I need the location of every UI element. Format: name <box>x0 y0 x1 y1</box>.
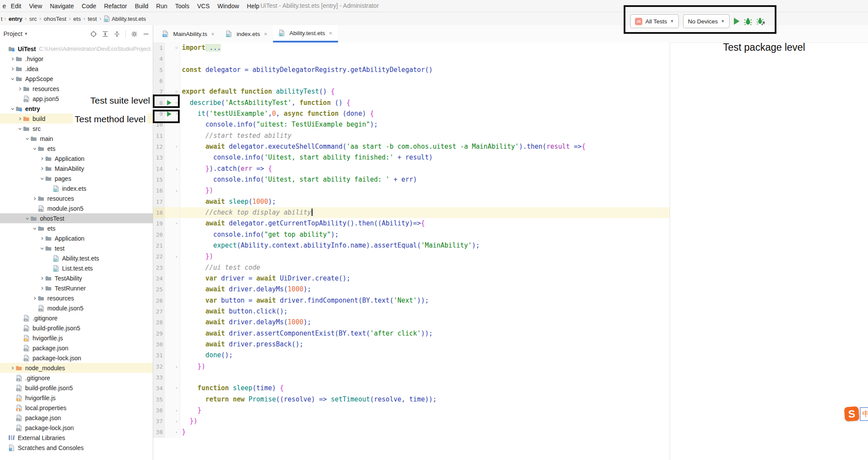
menu-window[interactable]: Window <box>214 3 243 10</box>
tree-item-appscope[interactable]: AppScope <box>0 74 153 84</box>
chevron-closed-icon[interactable] <box>39 236 45 241</box>
tree-item-resources[interactable]: resources <box>0 84 153 94</box>
fold-marker-icon[interactable]: ▴ <box>174 163 180 174</box>
tree-item-node-modules[interactable]: node_modules <box>0 363 153 373</box>
chevron-closed-icon[interactable] <box>39 157 45 161</box>
menu-code[interactable]: Code <box>78 3 100 10</box>
fold-marker-icon[interactable]: ▴ <box>174 416 180 427</box>
menu-run[interactable]: Run <box>152 3 171 10</box>
breadcrumb-item-src[interactable]: src <box>28 16 37 22</box>
breadcrumb-item-ets[interactable]: ets <box>72 16 82 22</box>
fold-marker-icon[interactable]: ▴ <box>174 185 180 196</box>
tree-item-package-json[interactable]: {;}package.json <box>0 413 153 423</box>
tree-item-testrunner[interactable]: TestRunner <box>0 283 153 293</box>
tree-item-hvigorfile-js[interactable]: JShvigorfile.js <box>0 333 153 343</box>
tree-item-uitest[interactable]: UiTestC:\Users\Administrator\DevEcoStudi… <box>0 44 153 54</box>
chevron-open-icon[interactable] <box>31 226 38 231</box>
hide-panel-icon[interactable] <box>143 31 149 37</box>
tree-item-ability-test-ets[interactable]: ETSAbility.test.ets <box>0 253 153 263</box>
fold-marker-icon[interactable]: ▴ <box>174 251 180 262</box>
tree-item-pages[interactable]: pages <box>0 173 153 183</box>
chevron-closed-icon[interactable] <box>9 57 16 61</box>
collapse-all-icon[interactable] <box>114 31 120 37</box>
tree-item-ohostest[interactable]: ohosTest <box>0 213 153 223</box>
tree-item-resources[interactable]: resources <box>0 293 153 303</box>
chevron-open-icon[interactable] <box>9 77 16 81</box>
menu-vcs[interactable]: VCS <box>193 3 214 10</box>
close-icon[interactable]: × <box>328 30 332 36</box>
tab-mainability-ts[interactable]: TSMainAbility.ts× <box>157 25 220 42</box>
chevron-closed-icon[interactable] <box>31 296 38 300</box>
fold-marker-icon[interactable]: ▾ <box>174 383 180 394</box>
tab-index-ets[interactable]: ETSindex.ets× <box>220 25 273 42</box>
close-icon[interactable]: × <box>263 31 267 37</box>
chevron-closed-icon[interactable] <box>16 117 23 121</box>
breadcrumb-item-entry[interactable]: entry <box>8 16 23 22</box>
tree-item-local-properties[interactable]: ▐▌local.properties <box>0 403 153 413</box>
tree-item--gitignore[interactable]: ⊘.gitignore <box>0 373 153 383</box>
breadcrumb-item-ohostest[interactable]: ohosTest <box>43 16 67 22</box>
tree-item-package-lock-json[interactable]: {;}package-lock.json <box>0 353 153 363</box>
tree-item-package-json[interactable]: {;}package.json <box>0 343 153 353</box>
breadcrumb-item-ability.test.ets[interactable]: ETSAbility.test.ets <box>103 15 147 22</box>
chevron-closed-icon[interactable] <box>39 166 45 171</box>
tree-item-main[interactable]: main <box>0 134 153 144</box>
tree-item-src[interactable]: src <box>0 124 153 134</box>
ime-logo[interactable]: S <box>844 406 859 421</box>
tree-item-application[interactable]: Application <box>0 233 153 243</box>
ime-widget[interactable]: S 中 <box>845 407 868 421</box>
tree-item--gitignore[interactable]: ⊘.gitignore <box>0 313 153 323</box>
tree-item-test[interactable]: test <box>0 243 153 253</box>
menu-view[interactable]: View <box>25 3 46 10</box>
tree-item-package-lock-json[interactable]: {;}package-lock.json <box>0 423 153 433</box>
locate-file-icon[interactable] <box>90 31 97 37</box>
menu-edit[interactable]: Edit <box>7 3 25 10</box>
chevron-closed-icon[interactable] <box>9 67 16 71</box>
chevron-down-icon[interactable]: ▼ <box>24 32 28 36</box>
chevron-open-icon[interactable] <box>24 137 30 141</box>
tree-item-module-json5[interactable]: {;}module.json5 <box>0 303 153 313</box>
chevron-open-icon[interactable] <box>31 147 38 151</box>
tree-item-testability[interactable]: TestAbility <box>0 273 153 283</box>
fold-marker-icon[interactable]: ▾ <box>174 141 180 152</box>
chevron-open-icon[interactable] <box>24 216 30 221</box>
chevron-closed-icon[interactable] <box>16 87 23 91</box>
tab-ability-test-ets[interactable]: ETSAbility.test.ets× <box>273 25 338 42</box>
chevron-open-icon[interactable] <box>39 246 45 251</box>
tree-item-mainability[interactable]: MainAbility <box>0 163 153 173</box>
tree-item--hvigor[interactable]: .hvigor <box>0 54 153 64</box>
tree-item-external-libraries[interactable]: External Libraries <box>0 433 153 443</box>
chevron-closed-icon[interactable] <box>31 196 38 201</box>
chevron-closed-icon[interactable] <box>39 276 45 281</box>
tree-item-list-test-ets[interactable]: ETSList.test.ets <box>0 263 153 273</box>
tree-item-ets[interactable]: ets <box>0 223 153 233</box>
chevron-closed-icon[interactable] <box>39 286 45 290</box>
gear-icon[interactable] <box>131 31 138 37</box>
menu-tools[interactable]: Tools <box>171 3 194 10</box>
menu-refactor[interactable]: Refactor <box>100 3 131 10</box>
project-panel-title[interactable]: Project <box>3 30 23 37</box>
chevron-open-icon[interactable] <box>16 127 23 131</box>
chevron-open-icon[interactable] <box>39 176 45 181</box>
menu-build[interactable]: Build <box>131 3 152 10</box>
tree-item-build-profile-json5[interactable]: {;}build-profile.json5 <box>0 323 153 333</box>
tree-item-build-profile-json5[interactable]: {;}build-profile.json5 <box>0 383 153 393</box>
breadcrumb-item-test[interactable]: test <box>87 16 98 22</box>
close-icon[interactable]: × <box>210 31 215 37</box>
tree-item-resources[interactable]: resources <box>0 193 153 203</box>
ime-lang-indicator[interactable]: 中 <box>860 407 868 421</box>
tree-item-index-ets[interactable]: ETSindex.ets <box>0 183 153 193</box>
chevron-open-icon[interactable] <box>9 107 16 111</box>
tree-item-application[interactable]: Application <box>0 153 153 163</box>
tree-item-ets[interactable]: ets <box>0 144 153 153</box>
fold-marker-icon[interactable]: ⊟ <box>174 42 180 53</box>
fold-marker-icon[interactable]: ▾ <box>174 218 180 229</box>
chevron-closed-icon[interactable] <box>9 366 16 370</box>
fold-marker-icon[interactable]: ▴ <box>174 361 180 372</box>
menu-partial[interactable]: e <box>0 3 7 10</box>
menu-navigate[interactable]: Navigate <box>46 3 78 10</box>
tree-item--idea[interactable]: .idea <box>0 64 153 74</box>
expand-all-icon[interactable] <box>102 31 108 37</box>
tree-item-module-json5[interactable]: {;}module.json5 <box>0 203 153 213</box>
fold-marker-icon[interactable]: ▴ <box>174 405 180 416</box>
